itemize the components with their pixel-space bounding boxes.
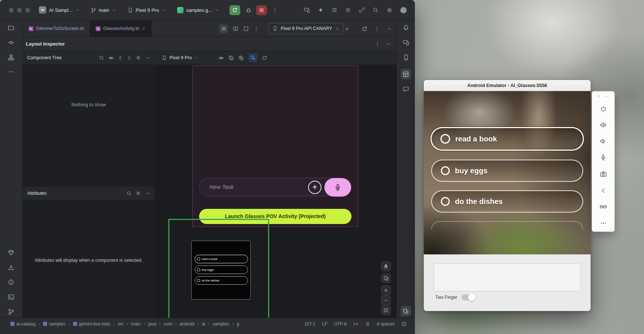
link-icon[interactable]	[359, 7, 365, 13]
notifications-bell-icon[interactable]	[403, 24, 409, 31]
inspector-hide-icon[interactable]	[386, 41, 391, 47]
volume-up-button[interactable]	[599, 121, 607, 129]
add-task-button[interactable]: +	[308, 181, 321, 194]
toggle-visibility-eye-icon[interactable]	[218, 55, 224, 61]
refresh-icon[interactable]	[262, 55, 267, 61]
glasses-button[interactable]	[599, 202, 607, 210]
voice-input-button[interactable]	[324, 178, 351, 197]
breadcrumb-item[interactable]: samples	[43, 321, 66, 327]
emulator-titlebar[interactable]: Android Emulator - AI_Glasses:5556	[424, 80, 591, 91]
editor-kebab-icon[interactable]	[254, 26, 259, 31]
target-device-selector[interactable]: Pixel 9 Pro	[128, 7, 166, 13]
snapshot-icon[interactable]	[228, 55, 234, 61]
inspector-kebab-icon[interactable]	[375, 41, 380, 47]
microphone-button[interactable]	[599, 153, 607, 161]
breadcrumb-item[interactable]: com	[164, 321, 172, 327]
breadcrumb-item[interactable]: android	[179, 321, 194, 327]
close-icon[interactable]	[597, 94, 601, 98]
layers-icon[interactable]	[381, 273, 391, 283]
indent-tab-icon[interactable]	[353, 321, 359, 327]
radio-circle-icon[interactable]	[441, 166, 450, 175]
design-view-toggle[interactable]	[243, 26, 249, 31]
vcs-branch-widget[interactable]: main	[91, 7, 116, 13]
file-encoding[interactable]: UTF-8	[334, 321, 347, 327]
breadcrumb-item[interactable]: ai-catalog	[10, 321, 36, 327]
download-icon[interactable]	[8, 264, 14, 271]
open-in-new-window-icon[interactable]	[362, 26, 367, 31]
more-tool-windows-icon[interactable]	[8, 69, 14, 75]
attrs-settings-gear-icon[interactable]	[136, 191, 141, 196]
tree-hide-icon[interactable]	[145, 55, 150, 60]
search-icon[interactable]	[99, 55, 104, 60]
breadcrumb-item[interactable]: ai	[202, 321, 205, 327]
gemini-icon[interactable]	[318, 7, 324, 13]
problems-icon[interactable]	[8, 279, 14, 285]
close-window-button[interactable]	[9, 8, 14, 13]
canvas-device-name[interactable]: Pixel 9 Pro	[169, 55, 192, 60]
phone-screen-mirror[interactable]: New Task + Launch Glasses POV Activity (…	[192, 66, 358, 227]
device-manager-icon[interactable]	[304, 7, 310, 13]
inspections-status-icon[interactable]	[401, 321, 407, 327]
breadcrumb-item[interactable]: samples	[213, 321, 229, 327]
glasses-display-mirror[interactable]: read a book buy eggs do the dishes	[191, 241, 251, 300]
tab-glimmertodoscreen[interactable]: K GlimmerToDoScreen.kt	[23, 20, 90, 37]
radio-circle-icon[interactable]	[441, 197, 450, 206]
expand-all-icon[interactable]	[118, 56, 123, 60]
build-analyzer-icon[interactable]	[345, 7, 351, 13]
emulator-camera-view[interactable]: read a book buy eggs do the dishes	[424, 91, 591, 254]
volume-down-button[interactable]	[599, 137, 607, 145]
breadcrumb-item[interactable]: src	[118, 321, 123, 327]
pan-hand-icon[interactable]	[381, 261, 391, 271]
device-explorer-icon[interactable]	[403, 54, 409, 61]
emulator-tool-button[interactable]	[401, 306, 411, 316]
eye-icon[interactable]	[108, 55, 114, 61]
search-icon[interactable]	[373, 7, 379, 13]
zoom-out-icon[interactable]	[381, 295, 391, 305]
version-control-icon[interactable]	[8, 308, 14, 315]
stop-button[interactable]	[256, 5, 267, 15]
todo-list-icon[interactable]	[331, 7, 337, 13]
power-button[interactable]	[599, 105, 607, 113]
zoom-to-fit-icon[interactable]	[381, 305, 391, 315]
commit-icon[interactable]	[8, 39, 14, 46]
run-configuration-selector[interactable]: samples.g...	[177, 7, 219, 13]
project-widget[interactable]: AI AI Sampl...	[39, 6, 80, 14]
touch-input-area[interactable]	[434, 264, 581, 291]
settings-gear-icon[interactable]	[386, 7, 393, 13]
split-view-toggle[interactable]	[233, 26, 238, 31]
todo-pill[interactable]: do the dishes	[431, 190, 583, 213]
project-folder-icon[interactable]	[8, 24, 14, 31]
breadcrumb-item[interactable]: gemini-live-todo	[73, 321, 110, 327]
collapse-all-icon[interactable]	[127, 56, 132, 60]
new-task-input[interactable]: New Task +	[199, 178, 351, 196]
breadcrumb-item[interactable]: main	[131, 321, 141, 327]
camera-button[interactable]	[599, 170, 607, 178]
export-snapshot-icon[interactable]	[238, 55, 244, 61]
todo-pill[interactable]: buy eggs	[431, 160, 583, 182]
layout-inspector-tool-button[interactable]	[401, 69, 411, 79]
more-options-button[interactable]	[599, 219, 607, 227]
panel-kebab-icon[interactable]	[374, 26, 380, 31]
zoom-window-button[interactable]	[25, 8, 30, 13]
running-devices-icon[interactable]	[403, 39, 409, 46]
terminal-icon[interactable]	[8, 294, 14, 300]
caret-position[interactable]: 107:1	[304, 321, 316, 327]
todo-pill[interactable]: read a book	[430, 127, 584, 151]
close-device-tab-icon[interactable]	[335, 27, 339, 31]
running-devices-tab[interactable]: Pixel 9 Pro API CANARY	[268, 23, 343, 34]
back-button[interactable]	[599, 186, 607, 194]
line-separator[interactable]: LF	[322, 321, 327, 327]
code-view-toggle[interactable]	[219, 24, 228, 33]
lock-icon[interactable]	[365, 321, 370, 326]
search-icon[interactable]	[126, 191, 132, 196]
debug-button[interactable]	[245, 7, 252, 13]
hide-panel-icon[interactable]	[387, 26, 392, 31]
indent-size[interactable]: 4 spaces	[377, 321, 394, 327]
assistant-chat-icon[interactable]	[403, 86, 409, 93]
structure-icon[interactable]	[8, 54, 14, 61]
add-tab-plus-icon[interactable]	[344, 26, 350, 31]
profile-icon[interactable]	[400, 7, 407, 13]
gem-icon[interactable]	[8, 249, 14, 256]
zoom-in-icon[interactable]	[381, 285, 391, 295]
deep-inspect-toggle[interactable]	[248, 53, 257, 62]
